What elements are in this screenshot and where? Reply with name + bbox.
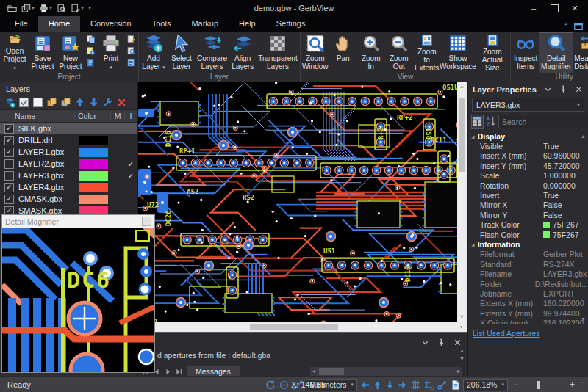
- sort-alphabetical-button[interactable]: [485, 115, 496, 128]
- tab-conversion[interactable]: Conversion: [80, 16, 142, 32]
- move-up-button[interactable]: [74, 97, 85, 108]
- property-row-flash-color[interactable]: Flash Color75F267: [468, 230, 588, 239]
- undo-button[interactable]: [265, 380, 276, 391]
- scroll-down-icon[interactable]: ˅: [460, 314, 464, 320]
- property-row-insert-x-mm[interactable]: Insert X (mm)60.960000: [468, 151, 588, 161]
- property-row-extents-x-mm[interactable]: Extents X (mm)160.020000: [468, 299, 588, 308]
- note-small-button[interactable]: [126, 58, 136, 68]
- layer-row-layer3-gbx[interactable]: LAYER3.gbx✓: [0, 170, 137, 181]
- ribbon-button-open-project[interactable]: Open Project ▾: [1, 33, 29, 73]
- pan-down-button[interactable]: [384, 380, 395, 391]
- maximize-icon[interactable]: [544, 1, 564, 15]
- close-icon[interactable]: [453, 338, 462, 347]
- property-row-scale[interactable]: Scale1.000000: [468, 171, 588, 181]
- property-row-x-origin-mm[interactable]: X Origin (mm)216.102200: [468, 318, 588, 324]
- search-input[interactable]: [499, 117, 588, 126]
- ribbon-button-align-layers[interactable]: Align Layers: [229, 33, 257, 73]
- resize-grip[interactable]: ⋰: [577, 381, 584, 388]
- property-row-filename[interactable]: FilenameLAYER3.gbx: [468, 269, 588, 278]
- chevron-down-icon[interactable]: [420, 338, 430, 347]
- layer-color-swatch[interactable]: [79, 183, 108, 192]
- detail-magnifier-window[interactable]: Detail Magnifier DC6: [1, 214, 155, 373]
- layer-visibility-checkbox[interactable]: ✓: [4, 124, 14, 134]
- property-row-visible[interactable]: VisibleTrue: [468, 141, 588, 150]
- ribbon-button-pan[interactable]: Pan: [329, 33, 357, 73]
- add-layers-button[interactable]: [4, 97, 15, 108]
- ribbon-button-select-layer[interactable]: Select Layer: [168, 33, 196, 73]
- property-row-mirror-x[interactable]: Mirror XFalse: [468, 200, 588, 210]
- zoom-level-dropdown[interactable]: 206.18% ▾: [463, 379, 508, 391]
- preview-small-button[interactable]: [126, 46, 136, 56]
- layer-row-layer2-gbx[interactable]: LAYER2.gbx✓: [0, 158, 137, 170]
- pcb-canvas[interactable]: RP+1RP+2U72DC16DC26A52R52DC11R+2R51U51DC…: [138, 82, 467, 332]
- qat-open-file-button[interactable]: [7, 4, 17, 13]
- scrollbar-thumb[interactable]: [319, 368, 344, 375]
- ribbon-button-transparent-layers[interactable]: Transparent Layers: [257, 33, 299, 73]
- chevron-down-icon[interactable]: [543, 84, 553, 94]
- property-row-insert-y-mm[interactable]: Insert Y (mm)45.720000: [468, 161, 588, 170]
- close-icon[interactable]: [574, 84, 584, 94]
- close-icon[interactable]: ✕: [564, 1, 585, 15]
- doc-add-button[interactable]: [86, 46, 96, 56]
- column-m[interactable]: M: [111, 112, 125, 120]
- layer-row-layer4-gbx[interactable]: ✓LAYER4.gbx: [0, 181, 137, 193]
- canvas-horizontal-scrollbar[interactable]: [138, 322, 457, 332]
- scroll-up-icon[interactable]: ˄: [460, 84, 464, 90]
- scrollbar-thumb[interactable]: [250, 324, 338, 330]
- pan-right-button[interactable]: [397, 380, 408, 391]
- layer-color-swatch[interactable]: [79, 195, 108, 204]
- property-row-track-color[interactable]: Track Color75F267: [468, 220, 588, 230]
- property-group-information[interactable]: ◢Information: [468, 239, 588, 249]
- ribbon-button-show-workspace[interactable]: Show Workspace: [441, 33, 476, 73]
- qat-save-all-button[interactable]: ▾: [21, 4, 35, 13]
- scroll-right-icon[interactable]: ›: [460, 324, 462, 330]
- minimize-icon[interactable]: –: [523, 1, 544, 15]
- zoom-in-icon[interactable]: +: [570, 380, 575, 389]
- workspace-window-icon[interactable]: [573, 21, 584, 32]
- tab-markup[interactable]: Markup: [181, 16, 229, 32]
- collapse-ribbon-icon[interactable]: ⌃: [563, 23, 569, 30]
- message-scroll-arrows[interactable]: ▲▼: [459, 348, 465, 361]
- layer-row-silk-gbx[interactable]: ✓SILK.gbx: [0, 123, 137, 134]
- layer-visibility-checkbox[interactable]: ✓: [4, 195, 14, 204]
- pin-icon[interactable]: [437, 338, 446, 347]
- tab-settings[interactable]: Settings: [266, 16, 316, 32]
- ribbon-button-measure-distance[interactable]: Measure Distance: [573, 33, 588, 73]
- nav-last-button[interactable]: [174, 367, 184, 377]
- layer-visibility-checkbox[interactable]: ✓: [4, 136, 14, 145]
- ribbon-button-inspect-items[interactable]: Inspect Items: [512, 33, 539, 73]
- grid-scroll-up-icon[interactable]: ▲: [581, 134, 586, 139]
- property-row-folder[interactable]: FolderD:\Redistribut...: [468, 279, 588, 288]
- categorized-view-button[interactable]: [472, 115, 483, 128]
- layer-color-swatch[interactable]: [79, 159, 108, 169]
- doc-note-button[interactable]: [86, 58, 96, 68]
- column-name[interactable]: Name: [0, 112, 75, 120]
- doc-layers-button[interactable]: [86, 35, 96, 44]
- qat-page-setup-button[interactable]: ▾: [71, 4, 84, 13]
- qat-print-button[interactable]: ▾: [39, 4, 52, 13]
- column-color[interactable]: Color: [75, 112, 111, 120]
- scroll-right-icon[interactable]: ▸: [457, 369, 460, 374]
- ribbon-button-zoom-in[interactable]: Zoom In: [357, 33, 385, 73]
- property-row-rotation[interactable]: Rotation0.000000: [468, 181, 588, 190]
- layer-row-cmask-gbx[interactable]: ✓CMASK.gbx: [0, 193, 137, 205]
- nav-next-button[interactable]: [163, 367, 173, 377]
- qat-overflow-button[interactable]: ▾: [88, 5, 91, 11]
- property-row-jobname[interactable]: JobnameEXPORT: [468, 288, 588, 298]
- scrollbar-thumb[interactable]: [459, 98, 465, 172]
- ribbon-button-add-layer[interactable]: Add Layer ▾: [140, 33, 168, 73]
- zoom-out-icon[interactable]: −: [513, 380, 518, 389]
- ribbon-button-print[interactable]: Print ▾: [97, 33, 125, 73]
- uncheck-all-button[interactable]: [32, 97, 43, 108]
- zoom-slider-thumb[interactable]: [537, 381, 540, 389]
- property-row-standard[interactable]: StandardRS-274X: [468, 259, 588, 269]
- messages-horizontal-scrollbar[interactable]: ◂ ▸: [310, 367, 462, 376]
- grid-12-button[interactable]: 12: [423, 380, 434, 391]
- layer-color-swatch[interactable]: [79, 148, 108, 157]
- ribbon-button-detail-magnifier[interactable]: Detail Magnifier: [539, 33, 573, 73]
- pan-left-button[interactable]: [359, 380, 370, 391]
- layer-visibility-checkbox[interactable]: ✓: [4, 148, 14, 157]
- layer-settings-button[interactable]: [102, 97, 113, 108]
- ribbon-button-zoom-window[interactable]: Zoom Window: [301, 33, 329, 73]
- page-setup-small-button[interactable]: [126, 35, 136, 44]
